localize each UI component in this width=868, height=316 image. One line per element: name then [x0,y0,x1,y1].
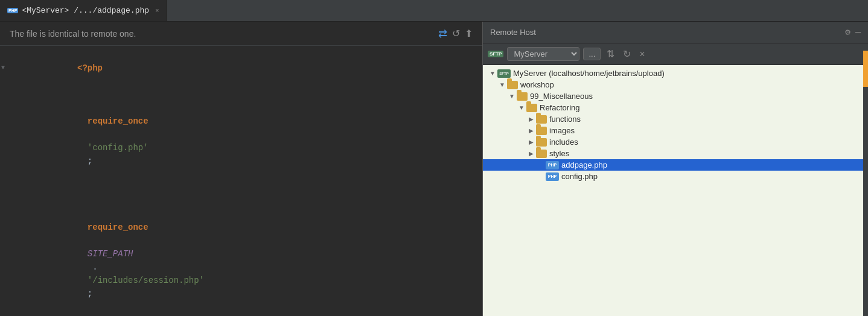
constant: SITE_PATH [88,249,133,259]
sync-icon[interactable]: ⇄ [438,27,447,40]
tree-item-includes[interactable]: ▶ includes [483,136,868,148]
tree-item-config[interactable]: PHP config.php [483,171,868,182]
code-line: require_once 'config.php' ; [0,88,482,194]
code-plain [88,236,92,245]
upload-icon[interactable]: ⬆ [465,28,473,39]
fold-icon[interactable]: ▼ [1,62,5,75]
folder-label: 99_Miscellaneous [530,92,593,101]
chevron-icon: ▼ [517,104,526,111]
code-content: <?php [22,48,482,88]
chevron-icon: ▶ [526,116,536,122]
remote-host-title: Remote Host [490,28,536,37]
folder-icon [536,150,547,158]
file-label: config.php [561,172,598,181]
tab-close-button[interactable]: × [155,7,159,14]
sftp-root-icon: SFTP [497,69,511,78]
minimize-icon[interactable]: — [855,27,861,37]
php-open-tag: <?php [77,63,103,73]
main-content: The file is identical to remote one. ⇄ ↺… [0,22,868,316]
gear-icon[interactable]: ⚙ [845,27,850,38]
code-line: ▼ <?php [0,48,482,88]
info-bar-actions: ⇄ ↺ ⬆ [438,27,473,40]
folder-icon [507,81,518,89]
tree-item-refactoring[interactable]: ▼ Refactoring [483,102,868,113]
tree-item-99misc[interactable]: ▼ 99_Miscellaneous [483,90,868,102]
folder-icon [517,92,528,101]
identical-message: The file is identical to remote one. [10,29,136,39]
file-tree: ▼ SFTP MyServer (localhost/home/jetbrain… [483,65,868,316]
folder-icon [536,115,547,124]
folder-label: images [549,126,575,135]
chevron-icon: ▼ [488,70,497,77]
remote-header-icons: ⚙ — [845,27,861,38]
remote-panel: Remote Host ⚙ — SFTP MyServer ... ⇅ ↻ × … [483,22,868,316]
php-file-icon: PHP [546,161,559,169]
close-panel-button[interactable]: × [637,48,647,61]
info-bar: The file is identical to remote one. ⇄ ↺… [0,22,482,46]
code-line: require_once SITE_PATH . '/includes/sess… [0,194,482,316]
code-editor: ▼ <?php require_once 'config.php' ; [0,46,482,316]
folder-label: workshop [520,80,554,89]
code-plain [88,130,92,139]
chevron-icon: ▼ [497,81,507,88]
chevron-icon: ▶ [526,127,536,134]
folder-icon [526,104,537,112]
sort-button[interactable]: ⇅ [604,47,617,61]
tree-item-images[interactable]: ▶ images [483,125,868,136]
keyword: require_once [88,116,148,126]
folder-label: Refactoring [540,103,579,112]
more-button[interactable]: ... [583,48,601,60]
root-label: MyServer (localhost/home/jetbrains/uploa… [513,69,665,78]
tab-addpage[interactable]: PHP <MyServer> /.../addpage.php × [0,0,167,21]
tree-item-styles[interactable]: ▶ styles [483,148,868,159]
file-label: addpage.php [561,160,607,169]
chevron-icon: ▶ [526,139,536,145]
server-select[interactable]: MyServer [507,47,579,61]
tree-item-workshop[interactable]: ▼ workshop [483,79,868,90]
refresh-button[interactable]: ↻ [621,47,633,61]
code-panel: The file is identical to remote one. ⇄ ↺… [0,22,483,316]
tree-item-functions[interactable]: ▶ functions [483,113,868,125]
string: 'config.php' [88,143,148,153]
folder-label: functions [549,115,581,124]
folder-icon [536,138,547,147]
remote-host-header: Remote Host ⚙ — [483,22,868,43]
tree-item-addpage[interactable]: PHP addpage.php [483,159,868,171]
tab-title: <MyServer> /.../addpage.php [22,6,149,15]
keyword: require_once [88,223,148,232]
line-gutter: ▼ [0,48,22,88]
code-content: require_once 'config.php' ; [22,88,482,194]
string: '/includes/session.php' [88,276,204,285]
code-plain: . [88,262,103,272]
folder-icon [536,127,547,135]
php-file-icon: PHP [546,172,559,181]
tree-item-root[interactable]: ▼ SFTP MyServer (localhost/home/jetbrain… [483,68,868,79]
code-content: require_once SITE_PATH . '/includes/sess… [22,194,482,316]
folder-label: includes [549,137,578,147]
sftp-badge: SFTP [488,51,503,57]
undo-icon[interactable]: ↺ [452,28,460,39]
php-icon: PHP [7,8,18,13]
chevron-icon: ▶ [526,150,536,157]
remote-toolbar: SFTP MyServer ... ⇅ ↻ × [483,43,868,65]
chevron-icon: ▼ [507,93,517,100]
tab-bar: PHP <MyServer> /.../addpage.php × [0,0,868,22]
code-plain: ; [88,156,92,166]
folder-label: styles [549,149,569,158]
code-plain: ; [88,289,92,299]
